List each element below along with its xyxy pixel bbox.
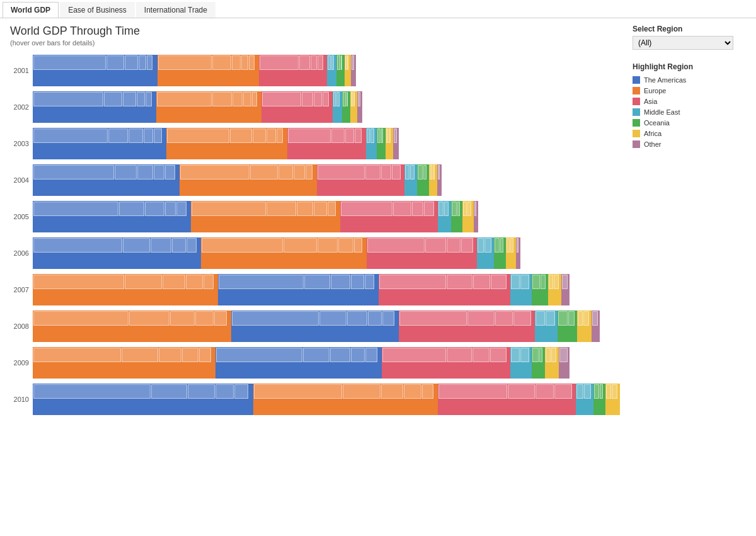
bar-wrapper[interactable] [33,128,399,159]
bar-segment[interactable] [417,164,429,196]
chart-subtitle: (hover over bars for details) [10,39,620,47]
bar-segment[interactable] [350,91,357,123]
bar-wrapper[interactable] [33,311,600,342]
bar-segment[interactable] [33,128,166,159]
bar-wrapper[interactable] [33,164,442,196]
bar-segment[interactable] [261,91,332,123]
bar-segment[interactable] [231,311,399,342]
bar-segment[interactable] [462,201,474,232]
bar-segment[interactable] [494,237,506,269]
bar-segment[interactable] [393,128,399,159]
bar-segment[interactable] [33,55,158,86]
bar-wrapper[interactable] [33,347,570,379]
bar-segment[interactable] [191,201,340,232]
bar-segment[interactable] [516,237,521,269]
bar-segment[interactable] [342,91,350,123]
bar-segment[interactable] [545,347,558,379]
bar-segment[interactable] [404,164,416,196]
sub-block [323,92,329,106]
bar-segment[interactable] [317,164,404,196]
bar-wrapper[interactable] [33,237,520,269]
bar-segment[interactable] [33,201,191,232]
segment-inner [606,384,619,414]
bar-wrapper[interactable] [33,384,620,415]
bar-segment[interactable] [548,274,561,305]
sub-block [368,311,382,326]
bar-segment[interactable] [592,311,600,342]
bar-segment[interactable] [215,347,382,379]
sub-block [347,55,348,70]
bar-segment[interactable] [438,384,576,415]
bar-wrapper[interactable] [33,91,362,123]
bar-segment[interactable] [429,164,437,196]
bar-segment[interactable] [351,55,356,86]
bar-segment[interactable] [180,164,316,196]
bar-wrapper[interactable] [33,55,356,86]
bar-segment[interactable] [166,128,287,159]
sub-block [438,202,444,216]
sub-block [381,384,404,399]
bar-segment[interactable] [156,91,261,123]
bar-segment[interactable] [33,311,231,342]
bar-segment[interactable] [510,347,532,379]
bar-segment[interactable] [510,274,532,305]
bar-segment[interactable] [377,128,386,159]
bar-segment[interactable] [451,201,462,232]
bar-segment[interactable] [593,384,605,415]
bar-segment[interactable] [33,164,180,196]
sub-block [365,348,377,362]
bar-segment[interactable] [379,274,510,305]
bar-segment[interactable] [33,237,201,269]
bar-segment[interactable] [287,128,366,159]
sub-block [393,202,411,216]
bar-segment[interactable] [605,384,620,415]
bar-segment[interactable] [201,237,367,269]
bar-segment[interactable] [345,55,351,86]
bar-segment[interactable] [474,201,478,232]
bar-segment[interactable] [532,274,548,305]
year-row: 2008 [10,309,620,344]
bar-segment[interactable] [561,274,570,305]
sub-block [219,275,304,289]
bar-wrapper[interactable] [33,274,570,305]
bar-segment[interactable] [33,274,218,305]
bar-segment[interactable] [333,91,343,123]
sub-block [347,311,367,326]
bar-segment[interactable] [532,347,545,379]
tab-world-gdp[interactable]: World GDP [3,2,59,18]
sub-block [511,348,520,362]
bar-segment[interactable] [33,384,253,415]
bar-segment[interactable] [259,55,327,86]
legend-color-box [633,87,640,94]
bar-segment[interactable] [558,311,578,342]
bar-segment[interactable] [437,164,441,196]
bar-segment[interactable] [327,55,336,86]
bar-segment[interactable] [386,128,393,159]
bar-segment[interactable] [33,347,215,379]
bar-segment[interactable] [336,55,345,86]
bar-segment[interactable] [357,91,362,123]
bar-segment[interactable] [506,237,515,269]
bar-segment[interactable] [158,55,260,86]
bar-segment[interactable] [253,384,438,415]
bar-segment[interactable] [438,201,451,232]
bar-segment[interactable] [218,274,379,305]
bar-segment[interactable] [340,201,438,232]
bar-segment[interactable] [559,347,570,379]
bar-segment[interactable] [399,311,535,342]
year-label: 2003 [10,140,33,147]
legend-text: The Americas [644,76,686,84]
bar-segment[interactable] [367,237,476,269]
bar-segment[interactable] [366,128,377,159]
bar-wrapper[interactable] [33,201,478,232]
bar-segment[interactable] [577,311,592,342]
bar-segment[interactable] [33,91,156,123]
sub-block [367,238,425,253]
bar-segment[interactable] [382,347,510,379]
region-select[interactable]: (All)AmericasEuropeAsiaMiddle EastOceani… [633,36,733,50]
bar-segment[interactable] [535,311,558,342]
bar-segment[interactable] [576,384,593,415]
tab-international-trade[interactable]: International Trade [136,2,215,18]
tab-ease-of-business[interactable]: Ease of Business [60,2,135,18]
bar-segment[interactable] [477,237,494,269]
